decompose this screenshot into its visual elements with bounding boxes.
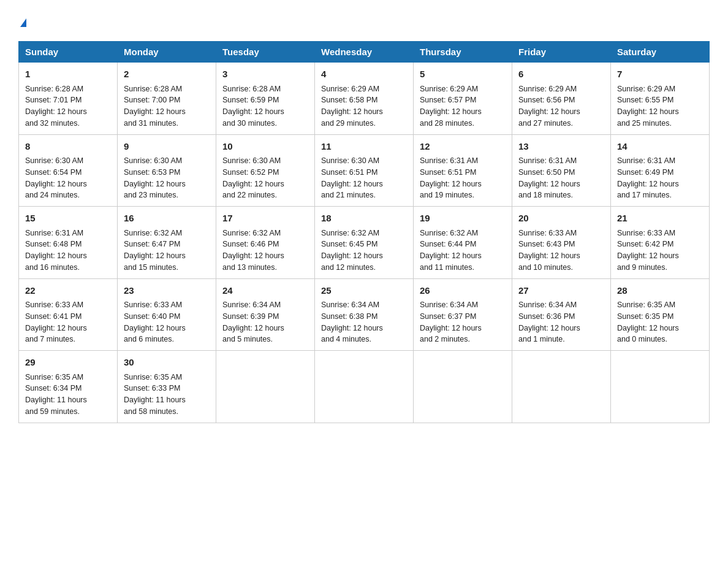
sunrise-text: Sunrise: 6:33 AM — [617, 229, 675, 237]
sunset-text: Sunset: 7:00 PM — [124, 96, 180, 104]
daylight-minutes-text: and 1 minute. — [518, 335, 565, 343]
sunrise-text: Sunrise: 6:30 AM — [25, 156, 83, 165]
daylight-text: Daylight: 12 hours — [25, 180, 87, 188]
daylight-minutes-text: and 7 minutes. — [25, 335, 75, 343]
sunset-text: Sunset: 6:46 PM — [222, 240, 279, 248]
day-number: 22 — [25, 284, 111, 298]
daylight-minutes-text: and 17 minutes. — [617, 191, 672, 199]
sunset-text: Sunset: 6:52 PM — [222, 168, 279, 177]
sunrise-text: Sunrise: 6:30 AM — [124, 156, 182, 165]
daylight-text: Daylight: 12 hours — [321, 107, 383, 116]
daylight-minutes-text: and 21 minutes. — [321, 191, 376, 199]
daylight-text: Daylight: 12 hours — [617, 324, 679, 332]
day-number: 16 — [124, 212, 210, 226]
daylight-text: Daylight: 12 hours — [420, 251, 482, 260]
sunrise-text: Sunrise: 6:28 AM — [124, 85, 182, 93]
sunset-text: Sunset: 6:59 PM — [222, 96, 279, 104]
daylight-minutes-text: and 22 minutes. — [222, 191, 277, 199]
day-number: 15 — [25, 212, 111, 226]
sunset-text: Sunset: 6:47 PM — [124, 240, 180, 248]
calendar-week-row: 8Sunrise: 6:30 AMSunset: 6:54 PMDaylight… — [19, 134, 710, 207]
sunrise-text: Sunrise: 6:31 AM — [617, 156, 675, 165]
sunset-text: Sunset: 6:35 PM — [617, 312, 673, 321]
logo-general-row — [18, 12, 26, 31]
column-header-sunday: Sunday — [19, 42, 118, 63]
daylight-minutes-text: and 30 minutes. — [222, 119, 277, 128]
day-number: 24 — [222, 284, 308, 298]
calendar-cell: 17Sunrise: 6:32 AMSunset: 6:46 PMDayligh… — [216, 207, 315, 279]
calendar-cell: 11Sunrise: 6:30 AMSunset: 6:51 PMDayligh… — [315, 134, 414, 207]
sunrise-text: Sunrise: 6:35 AM — [617, 301, 675, 309]
sunrise-text: Sunrise: 6:32 AM — [124, 229, 182, 237]
daylight-minutes-text: and 12 minutes. — [321, 263, 376, 272]
calendar-cell: 6Sunrise: 6:29 AMSunset: 6:56 PMDaylight… — [512, 63, 611, 135]
day-number: 25 — [321, 284, 407, 298]
day-number: 11 — [321, 140, 407, 154]
sunrise-text: Sunrise: 6:33 AM — [124, 301, 182, 309]
calendar-cell: 1Sunrise: 6:28 AMSunset: 7:01 PMDaylight… — [19, 63, 118, 135]
calendar-cell: 15Sunrise: 6:31 AMSunset: 6:48 PMDayligh… — [19, 207, 118, 279]
day-number: 26 — [420, 284, 506, 298]
daylight-minutes-text: and 25 minutes. — [617, 119, 672, 128]
sunset-text: Sunset: 6:50 PM — [518, 168, 575, 177]
sunset-text: Sunset: 6:48 PM — [25, 240, 82, 248]
calendar-cell: 12Sunrise: 6:31 AMSunset: 6:51 PMDayligh… — [414, 134, 512, 207]
sunrise-text: Sunrise: 6:33 AM — [25, 301, 83, 309]
sunrise-text: Sunrise: 6:30 AM — [222, 156, 281, 165]
daylight-text: Daylight: 12 hours — [518, 251, 580, 260]
day-number: 6 — [518, 67, 604, 82]
calendar-cell: 2Sunrise: 6:28 AMSunset: 7:00 PMDaylight… — [118, 63, 216, 135]
daylight-minutes-text: and 27 minutes. — [518, 119, 573, 128]
sunrise-text: Sunrise: 6:32 AM — [321, 229, 379, 237]
daylight-minutes-text: and 5 minutes. — [222, 335, 273, 343]
sunrise-text: Sunrise: 6:34 AM — [518, 301, 577, 309]
sunrise-text: Sunrise: 6:28 AM — [222, 85, 281, 93]
day-number: 2 — [124, 67, 210, 82]
day-number: 12 — [420, 140, 506, 154]
daylight-text: Daylight: 12 hours — [420, 107, 482, 116]
calendar-cell: 27Sunrise: 6:34 AMSunset: 6:36 PMDayligh… — [512, 278, 611, 351]
calendar-cell — [414, 351, 512, 423]
calendar-header-row: SundayMondayTuesdayWednesdayThursdayFrid… — [19, 42, 710, 63]
sunset-text: Sunset: 6:42 PM — [617, 240, 673, 248]
daylight-text: Daylight: 12 hours — [518, 107, 580, 116]
sunrise-text: Sunrise: 6:32 AM — [222, 229, 281, 237]
daylight-minutes-text: and 4 minutes. — [321, 335, 371, 343]
daylight-text: Daylight: 12 hours — [222, 251, 284, 260]
daylight-text: Daylight: 12 hours — [222, 324, 284, 332]
daylight-text: Daylight: 12 hours — [124, 324, 186, 332]
column-header-friday: Friday — [512, 42, 611, 63]
sunset-text: Sunset: 6:51 PM — [321, 168, 377, 177]
daylight-text: Daylight: 12 hours — [124, 251, 186, 260]
calendar-table: SundayMondayTuesdayWednesdayThursdayFrid… — [18, 41, 710, 423]
calendar-week-row: 15Sunrise: 6:31 AMSunset: 6:48 PMDayligh… — [19, 207, 710, 279]
daylight-text: Daylight: 12 hours — [124, 107, 186, 116]
day-number: 3 — [222, 67, 308, 82]
sunset-text: Sunset: 6:57 PM — [420, 96, 476, 104]
daylight-minutes-text: and 23 minutes. — [124, 191, 178, 199]
sunset-text: Sunset: 6:34 PM — [25, 384, 82, 393]
daylight-text: Daylight: 12 hours — [25, 324, 87, 332]
sunset-text: Sunset: 6:41 PM — [25, 312, 82, 321]
calendar-cell: 10Sunrise: 6:30 AMSunset: 6:52 PMDayligh… — [216, 134, 315, 207]
daylight-text: Daylight: 12 hours — [617, 251, 679, 260]
day-number: 29 — [25, 356, 111, 370]
sunset-text: Sunset: 7:01 PM — [25, 96, 82, 104]
sunset-text: Sunset: 6:45 PM — [321, 240, 377, 248]
daylight-minutes-text: and 13 minutes. — [222, 263, 277, 272]
sunset-text: Sunset: 6:54 PM — [25, 168, 82, 177]
sunrise-text: Sunrise: 6:31 AM — [518, 156, 577, 165]
daylight-minutes-text: and 58 minutes. — [124, 407, 178, 416]
calendar-cell: 3Sunrise: 6:28 AMSunset: 6:59 PMDaylight… — [216, 63, 315, 135]
sunrise-text: Sunrise: 6:32 AM — [420, 229, 478, 237]
logo — [18, 12, 26, 29]
calendar-cell: 21Sunrise: 6:33 AMSunset: 6:42 PMDayligh… — [611, 207, 710, 279]
daylight-text: Daylight: 11 hours — [124, 396, 186, 404]
daylight-text: Daylight: 12 hours — [420, 324, 482, 332]
sunset-text: Sunset: 6:36 PM — [518, 312, 575, 321]
calendar-cell: 22Sunrise: 6:33 AMSunset: 6:41 PMDayligh… — [19, 278, 118, 351]
calendar-cell: 13Sunrise: 6:31 AMSunset: 6:50 PMDayligh… — [512, 134, 611, 207]
day-number: 20 — [518, 212, 604, 226]
sunset-text: Sunset: 6:40 PM — [124, 312, 180, 321]
day-number: 5 — [420, 67, 506, 82]
